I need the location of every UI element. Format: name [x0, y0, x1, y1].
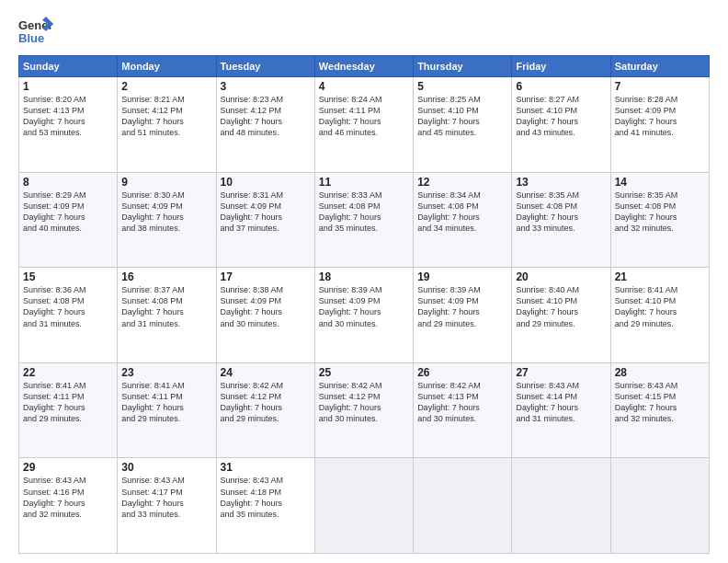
day-number: 7 — [615, 80, 705, 93]
day-number: 27 — [516, 366, 606, 379]
day-number: 29 — [23, 461, 113, 474]
calendar-cell: 30Sunrise: 8:43 AMSunset: 4:17 PMDayligh… — [118, 458, 216, 554]
calendar-cell: 23Sunrise: 8:41 AMSunset: 4:11 PMDayligh… — [118, 362, 216, 458]
calendar-cell: 8Sunrise: 8:29 AMSunset: 4:09 PMDaylight… — [19, 172, 118, 268]
calendar-cell: 29Sunrise: 8:43 AMSunset: 4:16 PMDayligh… — [19, 458, 118, 554]
header: GeneralBlue — [18, 17, 710, 48]
weekday-header-saturday: Saturday — [610, 56, 709, 77]
weekday-header-row: SundayMondayTuesdayWednesdayThursdayFrid… — [19, 56, 710, 77]
day-info: Sunrise: 8:28 AMSunset: 4:09 PMDaylight:… — [615, 94, 705, 139]
day-info: Sunrise: 8:41 AMSunset: 4:10 PMDaylight:… — [615, 284, 705, 329]
calendar-cell: 7Sunrise: 8:28 AMSunset: 4:09 PMDaylight… — [610, 77, 709, 173]
calendar-cell: 1Sunrise: 8:20 AMSunset: 4:13 PMDaylight… — [19, 77, 118, 173]
day-info: Sunrise: 8:36 AMSunset: 4:08 PMDaylight:… — [23, 284, 113, 329]
weekday-header-thursday: Thursday — [414, 56, 512, 77]
calendar-week-3: 15Sunrise: 8:36 AMSunset: 4:08 PMDayligh… — [19, 268, 710, 363]
calendar-cell — [610, 458, 709, 554]
day-info: Sunrise: 8:38 AMSunset: 4:09 PMDaylight:… — [221, 284, 311, 329]
day-number: 24 — [221, 366, 311, 379]
day-number: 16 — [121, 270, 211, 283]
logo-icon: GeneralBlue — [18, 17, 53, 48]
day-info: Sunrise: 8:42 AMSunset: 4:12 PMDaylight:… — [221, 380, 311, 425]
calendar-cell: 6Sunrise: 8:27 AMSunset: 4:10 PMDaylight… — [512, 77, 610, 173]
day-info: Sunrise: 8:29 AMSunset: 4:09 PMDaylight:… — [23, 190, 113, 235]
day-number: 4 — [319, 80, 409, 93]
day-info: Sunrise: 8:25 AMSunset: 4:10 PMDaylight:… — [417, 94, 507, 139]
calendar-cell: 10Sunrise: 8:31 AMSunset: 4:09 PMDayligh… — [216, 172, 314, 268]
calendar-cell: 5Sunrise: 8:25 AMSunset: 4:10 PMDaylight… — [414, 77, 512, 173]
day-info: Sunrise: 8:33 AMSunset: 4:08 PMDaylight:… — [319, 190, 409, 235]
day-info: Sunrise: 8:31 AMSunset: 4:09 PMDaylight:… — [221, 190, 311, 235]
day-number: 11 — [319, 176, 409, 189]
day-number: 26 — [417, 366, 507, 379]
day-number: 1 — [23, 80, 113, 93]
day-info: Sunrise: 8:24 AMSunset: 4:11 PMDaylight:… — [319, 94, 409, 139]
day-info: Sunrise: 8:35 AMSunset: 4:08 PMDaylight:… — [516, 190, 606, 235]
weekday-header-tuesday: Tuesday — [216, 56, 314, 77]
day-info: Sunrise: 8:43 AMSunset: 4:16 PMDaylight:… — [23, 475, 113, 520]
calendar-cell: 16Sunrise: 8:37 AMSunset: 4:08 PMDayligh… — [118, 268, 216, 363]
calendar-cell: 4Sunrise: 8:24 AMSunset: 4:11 PMDaylight… — [314, 77, 413, 173]
day-info: Sunrise: 8:43 AMSunset: 4:14 PMDaylight:… — [516, 380, 606, 425]
day-number: 22 — [23, 366, 113, 379]
day-number: 12 — [417, 176, 507, 189]
day-number: 3 — [221, 80, 311, 93]
day-number: 25 — [319, 366, 409, 379]
day-info: Sunrise: 8:43 AMSunset: 4:17 PMDaylight:… — [121, 475, 211, 520]
calendar-cell: 26Sunrise: 8:42 AMSunset: 4:13 PMDayligh… — [414, 362, 512, 458]
calendar-cell — [414, 458, 512, 554]
day-number: 17 — [221, 270, 311, 283]
calendar-cell: 22Sunrise: 8:41 AMSunset: 4:11 PMDayligh… — [19, 362, 118, 458]
day-number: 31 — [221, 461, 311, 474]
calendar-cell: 9Sunrise: 8:30 AMSunset: 4:09 PMDaylight… — [118, 172, 216, 268]
calendar-cell: 27Sunrise: 8:43 AMSunset: 4:14 PMDayligh… — [512, 362, 610, 458]
page: GeneralBlue SundayMondayTuesdayWednesday… — [0, 0, 728, 563]
day-info: Sunrise: 8:40 AMSunset: 4:10 PMDaylight:… — [516, 284, 606, 329]
day-info: Sunrise: 8:21 AMSunset: 4:12 PMDaylight:… — [121, 94, 211, 139]
day-info: Sunrise: 8:27 AMSunset: 4:10 PMDaylight:… — [516, 94, 606, 139]
day-info: Sunrise: 8:39 AMSunset: 4:09 PMDaylight:… — [417, 284, 507, 329]
calendar-cell — [314, 458, 413, 554]
day-info: Sunrise: 8:39 AMSunset: 4:09 PMDaylight:… — [319, 284, 409, 329]
weekday-header-friday: Friday — [512, 56, 610, 77]
calendar-cell: 15Sunrise: 8:36 AMSunset: 4:08 PMDayligh… — [19, 268, 118, 363]
day-info: Sunrise: 8:20 AMSunset: 4:13 PMDaylight:… — [23, 94, 113, 139]
day-info: Sunrise: 8:23 AMSunset: 4:12 PMDaylight:… — [221, 94, 311, 139]
calendar-week-5: 29Sunrise: 8:43 AMSunset: 4:16 PMDayligh… — [19, 458, 710, 554]
calendar-cell: 18Sunrise: 8:39 AMSunset: 4:09 PMDayligh… — [314, 268, 413, 363]
day-number: 15 — [23, 270, 113, 283]
day-number: 6 — [516, 80, 606, 93]
weekday-header-monday: Monday — [118, 56, 216, 77]
day-number: 14 — [615, 176, 705, 189]
calendar-cell: 14Sunrise: 8:35 AMSunset: 4:08 PMDayligh… — [610, 172, 709, 268]
calendar-table: SundayMondayTuesdayWednesdayThursdayFrid… — [18, 55, 710, 554]
calendar-cell: 19Sunrise: 8:39 AMSunset: 4:09 PMDayligh… — [414, 268, 512, 363]
day-info: Sunrise: 8:30 AMSunset: 4:09 PMDaylight:… — [121, 190, 211, 235]
calendar-week-4: 22Sunrise: 8:41 AMSunset: 4:11 PMDayligh… — [19, 362, 710, 458]
calendar-cell: 20Sunrise: 8:40 AMSunset: 4:10 PMDayligh… — [512, 268, 610, 363]
day-number: 21 — [615, 270, 705, 283]
day-number: 5 — [417, 80, 507, 93]
day-info: Sunrise: 8:37 AMSunset: 4:08 PMDaylight:… — [121, 284, 211, 329]
calendar-cell: 13Sunrise: 8:35 AMSunset: 4:08 PMDayligh… — [512, 172, 610, 268]
day-number: 19 — [417, 270, 507, 283]
calendar-cell: 3Sunrise: 8:23 AMSunset: 4:12 PMDaylight… — [216, 77, 314, 173]
calendar-cell: 31Sunrise: 8:43 AMSunset: 4:18 PMDayligh… — [216, 458, 314, 554]
calendar-body: 1Sunrise: 8:20 AMSunset: 4:13 PMDaylight… — [19, 77, 710, 554]
day-info: Sunrise: 8:34 AMSunset: 4:08 PMDaylight:… — [417, 190, 507, 235]
day-number: 13 — [516, 176, 606, 189]
calendar-cell: 25Sunrise: 8:42 AMSunset: 4:12 PMDayligh… — [314, 362, 413, 458]
day-number: 30 — [121, 461, 211, 474]
calendar-cell: 28Sunrise: 8:43 AMSunset: 4:15 PMDayligh… — [610, 362, 709, 458]
day-info: Sunrise: 8:43 AMSunset: 4:15 PMDaylight:… — [615, 380, 705, 425]
weekday-header-sunday: Sunday — [19, 56, 118, 77]
day-number: 28 — [615, 366, 705, 379]
day-number: 8 — [23, 176, 113, 189]
calendar-cell: 11Sunrise: 8:33 AMSunset: 4:08 PMDayligh… — [314, 172, 413, 268]
logo: GeneralBlue — [18, 17, 53, 48]
day-info: Sunrise: 8:41 AMSunset: 4:11 PMDaylight:… — [23, 380, 113, 425]
day-info: Sunrise: 8:43 AMSunset: 4:18 PMDaylight:… — [221, 475, 311, 520]
calendar-cell: 2Sunrise: 8:21 AMSunset: 4:12 PMDaylight… — [118, 77, 216, 173]
day-number: 18 — [319, 270, 409, 283]
day-info: Sunrise: 8:42 AMSunset: 4:12 PMDaylight:… — [319, 380, 409, 425]
